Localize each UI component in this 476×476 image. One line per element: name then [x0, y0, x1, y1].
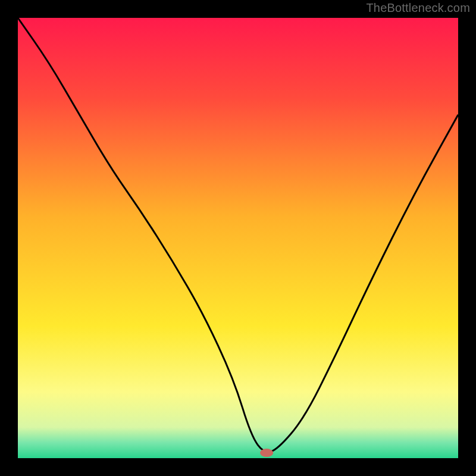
plot-area [18, 18, 458, 458]
chart-frame: TheBottleneck.com [0, 0, 476, 476]
sweet-spot-marker [260, 449, 273, 457]
chart-svg [18, 18, 458, 458]
attribution-text: TheBottleneck.com [366, 1, 470, 15]
